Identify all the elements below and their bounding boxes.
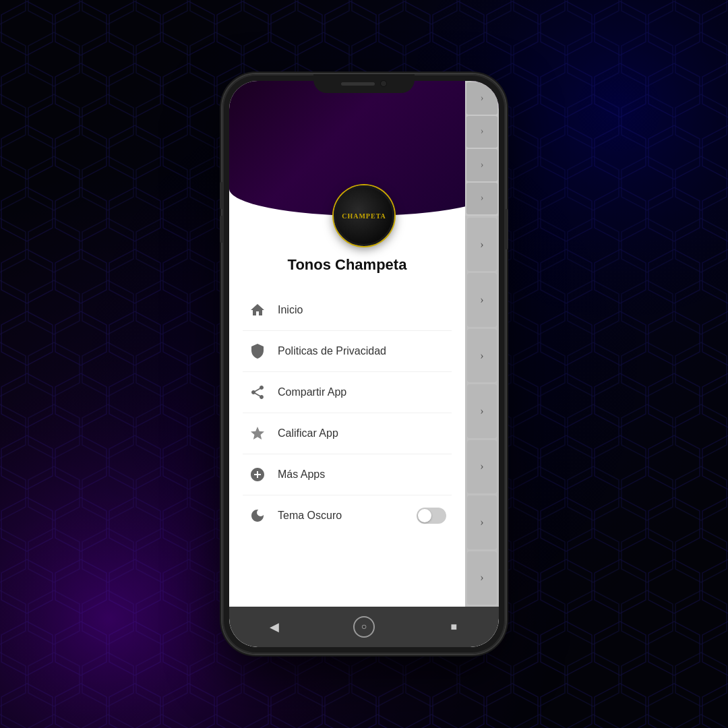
menu-label-compartir: Compartir App xyxy=(278,386,446,398)
back-icon: ◀ xyxy=(270,619,279,634)
side-panel-btn-3[interactable]: › xyxy=(466,149,497,181)
phone-frame: CHAMPETA › › › › Tonos Champeta xyxy=(222,74,506,654)
menu-content: Tonos Champeta Inicio xyxy=(229,216,499,607)
recents-icon: ■ xyxy=(450,621,457,633)
home-nav-icon: ○ xyxy=(361,621,367,632)
side-panel-btn-1[interactable]: › xyxy=(466,82,497,115)
tema-oscuro-toggle[interactable] xyxy=(417,508,446,524)
app-title: Tonos Champeta xyxy=(229,256,465,274)
menu-item-tema-oscuro[interactable]: Tema Oscuro xyxy=(243,495,452,536)
menu-label-tema-oscuro: Tema Oscuro xyxy=(278,510,406,522)
menu-item-inicio[interactable]: Inicio xyxy=(243,290,452,331)
menu-side-btn-2[interactable]: › xyxy=(467,273,497,326)
home-button[interactable]: ○ xyxy=(353,616,375,638)
home-icon xyxy=(248,301,267,320)
moon-icon xyxy=(248,506,267,525)
menu-item-compartir[interactable]: Compartir App xyxy=(243,372,452,413)
side-panel: › › › › xyxy=(465,81,499,216)
menu-side-btn-5[interactable]: › xyxy=(467,440,497,493)
star-icon xyxy=(248,424,267,443)
volume-down-button[interactable] xyxy=(220,216,222,243)
side-panel-btn-2[interactable]: › xyxy=(466,116,497,148)
share-icon xyxy=(248,383,267,402)
menu-list: Inicio Politicas de Privacidad xyxy=(229,290,465,536)
menu-side-btn-3[interactable]: › xyxy=(467,329,497,382)
app-header: CHAMPETA › › › › xyxy=(229,81,499,216)
power-button[interactable] xyxy=(506,209,508,249)
screen-content: CHAMPETA › › › › Tonos Champeta xyxy=(229,81,499,647)
menu-side-btn-4[interactable]: › xyxy=(467,384,497,437)
volume-up-button[interactable] xyxy=(220,182,222,209)
front-camera xyxy=(380,80,387,87)
toggle-knob xyxy=(418,509,431,522)
side-panel-btn-4[interactable]: › xyxy=(466,183,497,215)
menu-item-mas-apps[interactable]: Más Apps xyxy=(243,454,452,495)
menu-label-inicio: Inicio xyxy=(278,304,446,316)
back-button[interactable]: ◀ xyxy=(264,616,285,638)
tema-oscuro-toggle-container xyxy=(417,508,446,524)
menu-side-btn-6[interactable]: › xyxy=(467,495,497,549)
menu-label-calificar: Calificar App xyxy=(278,427,446,439)
menu-item-privacidad[interactable]: Politicas de Privacidad xyxy=(243,331,452,372)
app-logo-container: CHAMPETA xyxy=(334,185,394,246)
menu-side-panel: › › › › › › › xyxy=(465,216,499,607)
phone-notch xyxy=(313,74,415,93)
app-logo-text: CHAMPETA xyxy=(342,212,386,220)
menu-side-btn-1[interactable]: › xyxy=(467,218,497,271)
phone-screen: CHAMPETA › › › › Tonos Champeta xyxy=(229,81,499,647)
speaker-grille xyxy=(341,82,375,86)
menu-label-privacidad: Politicas de Privacidad xyxy=(278,345,446,357)
plus-circle-icon xyxy=(248,465,267,484)
shield-icon xyxy=(248,342,267,361)
menu-item-calificar[interactable]: Calificar App xyxy=(243,413,452,454)
menu-side-btn-7[interactable]: › xyxy=(467,551,497,605)
recents-button[interactable]: ■ xyxy=(443,616,464,638)
menu-label-mas-apps: Más Apps xyxy=(278,468,446,481)
bottom-nav: ◀ ○ ■ xyxy=(229,607,499,647)
app-logo: CHAMPETA xyxy=(334,185,394,246)
